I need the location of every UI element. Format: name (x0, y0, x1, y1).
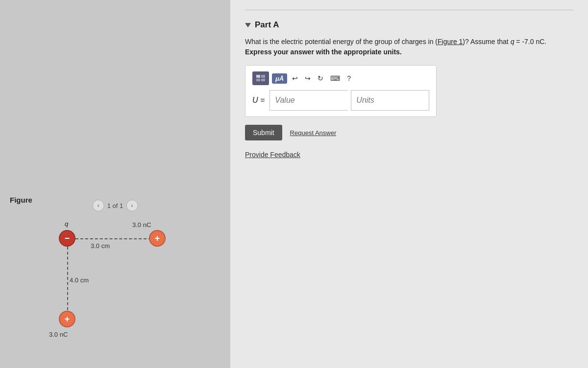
negative-charge: − (59, 230, 75, 247)
part-title: Part A (255, 20, 279, 30)
equation-label: U = (252, 96, 265, 105)
question-text: What is the electric potential energy of… (245, 37, 573, 57)
bold-instruction: Express your answer with the appropriate… (245, 48, 402, 56)
vertical-distance-label: 4.0 cm (70, 276, 89, 284)
horizontal-distance-label: 3.0 cm (91, 242, 110, 250)
svg-rect-3 (261, 79, 265, 81)
keyboard-button[interactable]: ⌨ (328, 73, 342, 83)
right-panel: Part A What is the electric potential en… (230, 0, 588, 368)
diagram-area: q 3.0 nC − + 3.0 cm 4.0 cm + 3.0 nC (39, 220, 196, 367)
page-counter: 1 of 1 (107, 202, 123, 209)
pagination: ‹ 1 of 1 › (93, 200, 138, 211)
collapse-icon[interactable] (245, 23, 251, 27)
unit-symbol-button[interactable]: μÅ (272, 73, 287, 84)
submit-button[interactable]: Submit (245, 125, 282, 140)
vertical-dashed-line (67, 247, 68, 315)
bottom-charge-label: 3.0 nC (49, 331, 68, 338)
prev-page-button[interactable]: ‹ (93, 200, 104, 211)
provide-feedback-button[interactable]: Provide Feedback (245, 151, 300, 159)
input-row: U = (252, 90, 429, 111)
positive-charge-top: + (149, 230, 166, 247)
redo-button[interactable]: ↪ (303, 73, 313, 83)
svg-rect-1 (261, 75, 265, 78)
request-answer-button[interactable]: Request Answer (290, 129, 337, 137)
left-panel: Figure ‹ 1 of 1 › q 3.0 nC − + 3.0 cm 4.… (0, 0, 230, 368)
horizontal-dashed-line (75, 238, 151, 239)
value-input[interactable] (270, 90, 348, 111)
action-row: Submit Request Answer (245, 125, 573, 140)
top-right-charge-label: 3.0 nC (132, 221, 151, 229)
top-separator (245, 10, 573, 10)
help-button[interactable]: ? (345, 73, 353, 83)
next-page-button[interactable]: › (126, 200, 138, 211)
figure-label: Figure (10, 196, 32, 204)
units-input[interactable] (351, 90, 429, 111)
formula-icon-button[interactable] (252, 71, 269, 85)
reset-button[interactable]: ↻ (316, 73, 325, 83)
part-header: Part A (245, 20, 573, 30)
undo-button[interactable]: ↩ (290, 73, 300, 83)
svg-rect-0 (256, 75, 260, 78)
answer-box: μÅ ↩ ↪ ↻ ⌨ ? U = (245, 65, 437, 117)
positive-charge-bottom: + (59, 311, 75, 327)
figure-link[interactable]: Figure 1 (438, 38, 463, 46)
toolbar: μÅ ↩ ↪ ↻ ⌨ ? (252, 71, 429, 85)
svg-rect-2 (256, 79, 260, 81)
charge-q-label: q (65, 220, 68, 228)
